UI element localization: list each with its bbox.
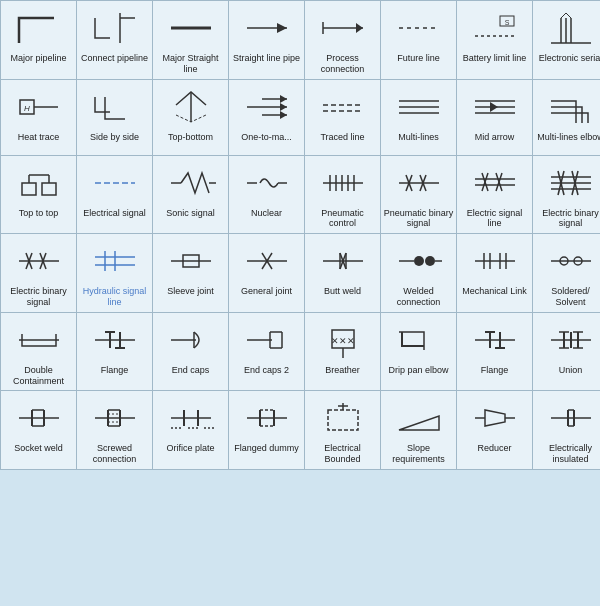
cell-double-containment[interactable]: Double Containment bbox=[1, 313, 76, 391]
label-butt-weld: Butt weld bbox=[324, 286, 361, 297]
svg-text:H: H bbox=[24, 104, 30, 113]
svg-marker-23 bbox=[280, 95, 287, 103]
cell-traced-line[interactable]: Traced line bbox=[305, 80, 380, 155]
cell-top-to-top[interactable]: Top to top bbox=[1, 156, 76, 234]
cell-multi-lines[interactable]: Multi-lines bbox=[381, 80, 456, 155]
label-orifice-plate: Orifice plate bbox=[166, 443, 214, 454]
cell-mid-arrow[interactable]: Mid arrow bbox=[457, 80, 532, 155]
label-future-line: Future line bbox=[397, 53, 440, 64]
cell-screwed-connection[interactable]: Screwed connection bbox=[77, 391, 152, 469]
symbol-one-to-many bbox=[237, 84, 297, 130]
cell-nuclear[interactable]: Nuclear bbox=[229, 156, 304, 234]
cell-pneumatic-binary-signal[interactable]: Pneumatic binary signal bbox=[381, 156, 456, 234]
symbol-major-pipeline bbox=[9, 5, 69, 51]
symbol-mechanical-link bbox=[465, 238, 525, 284]
symbol-breather: ✕✕✕ bbox=[313, 317, 373, 363]
cell-mechanical-link[interactable]: Mechanical Link bbox=[457, 234, 532, 312]
cell-slope-requirements[interactable]: Slope requirements bbox=[381, 391, 456, 469]
cell-major-straight-line[interactable]: Major Straight line bbox=[153, 1, 228, 79]
svg-point-90 bbox=[425, 256, 435, 266]
label-multi-lines: Multi-lines bbox=[398, 132, 439, 143]
cell-top-bottom[interactable]: Top-bottom bbox=[153, 80, 228, 155]
cell-electronic-serial[interactable]: Electronic serial bbox=[533, 1, 600, 79]
cell-end-caps[interactable]: End caps bbox=[153, 313, 228, 391]
label-breather: Breather bbox=[325, 365, 360, 376]
label-flange: Flange bbox=[101, 365, 129, 376]
cell-multi-lines-elbow[interactable]: Multi-lines elbow bbox=[533, 80, 600, 155]
symbol-top-bottom bbox=[161, 84, 221, 130]
cell-electrical-signal[interactable]: Electrical signal bbox=[77, 156, 152, 234]
cell-general-joint[interactable]: General joint bbox=[229, 234, 304, 312]
symbol-battery-limit-line: S bbox=[465, 5, 525, 51]
symbol-process-connection bbox=[313, 5, 373, 51]
label-battery-limit-line: Battery limit line bbox=[463, 53, 527, 64]
cell-pneumatic-control[interactable]: Pneumatic control bbox=[305, 156, 380, 234]
label-heat-trace: Heat trace bbox=[18, 132, 60, 143]
symbol-multi-lines-elbow bbox=[541, 84, 601, 130]
cell-flange2[interactable]: Flange bbox=[457, 313, 532, 391]
label-slope-requirements: Slope requirements bbox=[383, 443, 454, 465]
symbol-heat-trace: H bbox=[9, 84, 69, 130]
symbol-sleeve-joint bbox=[161, 238, 221, 284]
cell-battery-limit-line[interactable]: S Battery limit line bbox=[457, 1, 532, 79]
label-end-caps: End caps bbox=[172, 365, 210, 376]
symbol-general-joint bbox=[237, 238, 297, 284]
cell-process-connection[interactable]: Process connection bbox=[305, 1, 380, 79]
cell-union[interactable]: Union bbox=[533, 313, 600, 391]
label-electrical-signal: Electrical signal bbox=[83, 208, 146, 219]
label-flange2: Flange bbox=[481, 365, 509, 376]
label-sonic-signal: Sonic signal bbox=[166, 208, 215, 219]
cell-straight-line-pipe[interactable]: Straight line pipe bbox=[229, 1, 304, 79]
symbol-drip-pan-elbow bbox=[389, 317, 449, 363]
cell-major-pipeline[interactable]: Major pipeline bbox=[1, 1, 76, 79]
symbol-side-by-side bbox=[85, 84, 145, 130]
svg-point-89 bbox=[414, 256, 424, 266]
label-electrically-insulated: Electrically insulated bbox=[535, 443, 600, 465]
cell-soldered-solvent[interactable]: Soldered/ Solvent bbox=[533, 234, 600, 312]
cell-sonic-signal[interactable]: Sonic signal bbox=[153, 156, 228, 234]
label-nuclear: Nuclear bbox=[251, 208, 282, 219]
label-multi-lines-elbow: Multi-lines elbow bbox=[537, 132, 600, 143]
cell-flanged-dummy[interactable]: Flanged dummy bbox=[229, 391, 304, 469]
label-double-containment: Double Containment bbox=[3, 365, 74, 387]
symbol-grid: Major pipeline Connect pipeline Major St… bbox=[0, 0, 600, 470]
cell-welded-connection[interactable]: Welded connection bbox=[381, 234, 456, 312]
cell-socket-weld[interactable]: Socket weld bbox=[1, 391, 76, 469]
svg-rect-152 bbox=[328, 410, 358, 430]
cell-electric-binary-signal[interactable]: Electric binary signal bbox=[533, 156, 600, 234]
cell-butt-weld[interactable]: Butt weld bbox=[305, 234, 380, 312]
svg-text:S: S bbox=[504, 19, 509, 26]
label-socket-weld: Socket weld bbox=[14, 443, 63, 454]
cell-orifice-plate[interactable]: Orifice plate bbox=[153, 391, 228, 469]
label-welded-connection: Welded connection bbox=[383, 286, 454, 308]
symbol-mid-arrow bbox=[465, 84, 525, 130]
cell-hydraulic-signal-line[interactable]: Hydraulic signal line bbox=[77, 234, 152, 312]
symbol-top-to-top bbox=[9, 160, 69, 206]
svg-marker-3 bbox=[277, 23, 287, 33]
cell-drip-pan-elbow[interactable]: Drip pan elbow bbox=[381, 313, 456, 391]
cell-electric-signal-line[interactable]: Electric signal line bbox=[457, 156, 532, 234]
cell-electrical-bounded[interactable]: Electrical Bounded bbox=[305, 391, 380, 469]
symbol-flanged-dummy bbox=[237, 395, 297, 441]
label-electrical-bounded: Electrical Bounded bbox=[307, 443, 378, 465]
cell-connect-pipeline[interactable]: Connect pipeline bbox=[77, 1, 152, 79]
symbol-pneumatic-binary-signal bbox=[389, 160, 449, 206]
cell-one-to-many[interactable]: One-to-ma... bbox=[229, 80, 304, 155]
label-process-connection: Process connection bbox=[307, 53, 378, 75]
label-electronic-serial: Electronic serial bbox=[539, 53, 600, 64]
cell-end-caps-2[interactable]: End caps 2 bbox=[229, 313, 304, 391]
cell-flange[interactable]: Flange bbox=[77, 313, 152, 391]
symbol-traced-line bbox=[313, 84, 373, 130]
cell-future-line[interactable]: Future line bbox=[381, 1, 456, 79]
cell-electric-binary-signal2[interactable]: Electric binary signal bbox=[1, 234, 76, 312]
label-flanged-dummy: Flanged dummy bbox=[234, 443, 299, 454]
cell-side-by-side[interactable]: Side by side bbox=[77, 80, 152, 155]
cell-heat-trace[interactable]: H Heat trace bbox=[1, 80, 76, 155]
cell-electrically-insulated[interactable]: Electrically insulated bbox=[533, 391, 600, 469]
cell-reducer[interactable]: Reducer bbox=[457, 391, 532, 469]
symbol-soldered-solvent bbox=[541, 238, 601, 284]
symbol-electric-binary-signal2 bbox=[9, 238, 69, 284]
cell-sleeve-joint[interactable]: Sleeve joint bbox=[153, 234, 228, 312]
cell-breather[interactable]: ✕✕✕ Breather bbox=[305, 313, 380, 391]
svg-marker-5 bbox=[356, 23, 363, 33]
